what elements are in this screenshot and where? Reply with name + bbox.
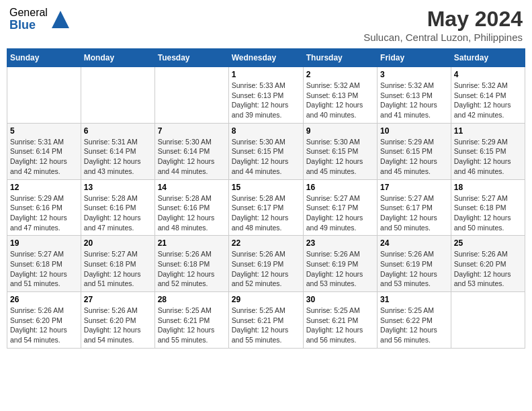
day-cell: 3Sunrise: 5:32 AMSunset: 6:13 PMDaylight… xyxy=(378,67,451,124)
day-number: 15 xyxy=(232,183,300,192)
day-header-wednesday: Wednesday xyxy=(228,49,303,67)
day-number: 29 xyxy=(232,295,300,304)
main-title: May 2024 xyxy=(363,7,523,32)
day-number: 2 xyxy=(306,70,374,79)
day-info: Sunrise: 5:25 AMSunset: 6:22 PMDaylight:… xyxy=(380,306,448,345)
day-number: 11 xyxy=(454,126,522,136)
day-number: 6 xyxy=(84,126,152,136)
day-cell: 22Sunrise: 5:26 AMSunset: 6:19 PMDayligh… xyxy=(228,236,303,292)
day-cell: 29Sunrise: 5:25 AMSunset: 6:21 PMDayligh… xyxy=(228,292,303,349)
day-number: 7 xyxy=(158,126,226,136)
day-cell: 19Sunrise: 5:27 AMSunset: 6:18 PMDayligh… xyxy=(7,236,81,292)
week-row-3: 12Sunrise: 5:29 AMSunset: 6:16 PMDayligh… xyxy=(7,179,525,236)
day-header-saturday: Saturday xyxy=(451,49,525,67)
day-header-thursday: Thursday xyxy=(303,49,377,67)
calendar-header: SundayMondayTuesdayWednesdayThursdayFrid… xyxy=(7,49,525,67)
day-info: Sunrise: 5:31 AMSunset: 6:14 PMDaylight:… xyxy=(10,137,78,177)
day-cell: 17Sunrise: 5:27 AMSunset: 6:17 PMDayligh… xyxy=(378,179,451,236)
day-cell: 4Sunrise: 5:32 AMSunset: 6:14 PMDaylight… xyxy=(451,67,525,124)
day-cell: 10Sunrise: 5:29 AMSunset: 6:15 PMDayligh… xyxy=(378,123,451,179)
day-info: Sunrise: 5:29 AMSunset: 6:16 PMDaylight:… xyxy=(10,193,78,233)
day-cell: 23Sunrise: 5:26 AMSunset: 6:19 PMDayligh… xyxy=(303,236,377,292)
svg-marker-0 xyxy=(52,11,69,28)
day-number: 27 xyxy=(84,295,152,304)
day-info: Sunrise: 5:27 AMSunset: 6:17 PMDaylight:… xyxy=(306,193,374,233)
day-number: 28 xyxy=(158,295,226,304)
day-cell: 15Sunrise: 5:28 AMSunset: 6:17 PMDayligh… xyxy=(228,179,303,236)
day-info: Sunrise: 5:30 AMSunset: 6:14 PMDaylight:… xyxy=(158,137,226,177)
day-info: Sunrise: 5:26 AMSunset: 6:20 PMDaylight:… xyxy=(10,306,78,345)
day-info: Sunrise: 5:33 AMSunset: 6:13 PMDaylight:… xyxy=(232,81,300,120)
day-cell: 28Sunrise: 5:25 AMSunset: 6:21 PMDayligh… xyxy=(154,292,228,349)
day-cell: 5Sunrise: 5:31 AMSunset: 6:14 PMDaylight… xyxy=(7,123,81,179)
day-info: Sunrise: 5:29 AMSunset: 6:15 PMDaylight:… xyxy=(454,137,522,177)
title-block: May 2024 Sulucan, Central Luzon, Philipp… xyxy=(363,7,523,43)
day-info: Sunrise: 5:32 AMSunset: 6:13 PMDaylight:… xyxy=(306,81,374,120)
day-cell: 25Sunrise: 5:26 AMSunset: 6:20 PMDayligh… xyxy=(451,236,525,292)
day-number: 26 xyxy=(10,295,78,304)
day-number: 17 xyxy=(380,183,448,192)
day-header-friday: Friday xyxy=(378,49,451,67)
day-number: 30 xyxy=(306,295,374,304)
day-cell: 31Sunrise: 5:25 AMSunset: 6:22 PMDayligh… xyxy=(378,292,451,349)
day-info: Sunrise: 5:25 AMSunset: 6:21 PMDaylight:… xyxy=(232,306,300,345)
day-number: 10 xyxy=(380,126,448,136)
day-cell xyxy=(451,292,525,349)
logo-blue: Blue xyxy=(9,19,48,32)
logo-general: General xyxy=(9,7,48,19)
day-info: Sunrise: 5:27 AMSunset: 6:17 PMDaylight:… xyxy=(380,193,448,233)
day-number: 19 xyxy=(10,238,78,248)
day-cell: 24Sunrise: 5:26 AMSunset: 6:19 PMDayligh… xyxy=(378,236,451,292)
day-number: 31 xyxy=(380,295,448,304)
week-row-1: 1Sunrise: 5:33 AMSunset: 6:13 PMDaylight… xyxy=(7,67,525,124)
day-info: Sunrise: 5:30 AMSunset: 6:15 PMDaylight:… xyxy=(306,137,374,177)
day-info: Sunrise: 5:27 AMSunset: 6:18 PMDaylight:… xyxy=(454,193,522,233)
day-number: 22 xyxy=(232,238,300,248)
day-info: Sunrise: 5:30 AMSunset: 6:15 PMDaylight:… xyxy=(232,137,300,177)
logo: General Blue xyxy=(9,7,71,32)
day-info: Sunrise: 5:29 AMSunset: 6:15 PMDaylight:… xyxy=(380,137,448,177)
day-number: 4 xyxy=(454,70,522,79)
day-cell: 26Sunrise: 5:26 AMSunset: 6:20 PMDayligh… xyxy=(7,292,81,349)
day-header-monday: Monday xyxy=(81,49,154,67)
day-cell: 1Sunrise: 5:33 AMSunset: 6:13 PMDaylight… xyxy=(228,67,303,124)
day-info: Sunrise: 5:28 AMSunset: 6:16 PMDaylight:… xyxy=(84,193,152,233)
day-number: 8 xyxy=(232,126,300,136)
day-cell xyxy=(7,67,81,124)
day-number: 5 xyxy=(10,126,78,136)
day-info: Sunrise: 5:32 AMSunset: 6:14 PMDaylight:… xyxy=(454,81,522,120)
day-info: Sunrise: 5:27 AMSunset: 6:18 PMDaylight:… xyxy=(10,249,78,289)
day-header-sunday: Sunday xyxy=(7,49,81,67)
day-cell: 27Sunrise: 5:26 AMSunset: 6:20 PMDayligh… xyxy=(81,292,154,349)
day-info: Sunrise: 5:26 AMSunset: 6:20 PMDaylight:… xyxy=(84,306,152,345)
day-cell: 20Sunrise: 5:27 AMSunset: 6:18 PMDayligh… xyxy=(81,236,154,292)
week-row-2: 5Sunrise: 5:31 AMSunset: 6:14 PMDaylight… xyxy=(7,123,525,179)
day-info: Sunrise: 5:26 AMSunset: 6:19 PMDaylight:… xyxy=(306,249,374,289)
day-number: 21 xyxy=(158,238,226,248)
day-number: 14 xyxy=(158,183,226,192)
logo-icon xyxy=(50,9,71,30)
day-number: 9 xyxy=(306,126,374,136)
day-cell: 6Sunrise: 5:31 AMSunset: 6:14 PMDaylight… xyxy=(81,123,154,179)
day-cell: 2Sunrise: 5:32 AMSunset: 6:13 PMDaylight… xyxy=(303,67,377,124)
day-info: Sunrise: 5:26 AMSunset: 6:19 PMDaylight:… xyxy=(380,249,448,289)
day-cell: 12Sunrise: 5:29 AMSunset: 6:16 PMDayligh… xyxy=(7,179,81,236)
day-info: Sunrise: 5:26 AMSunset: 6:19 PMDaylight:… xyxy=(232,249,300,289)
day-cell: 8Sunrise: 5:30 AMSunset: 6:15 PMDaylight… xyxy=(228,123,303,179)
day-info: Sunrise: 5:31 AMSunset: 6:14 PMDaylight:… xyxy=(84,137,152,177)
day-info: Sunrise: 5:26 AMSunset: 6:20 PMDaylight:… xyxy=(454,249,522,289)
day-header-tuesday: Tuesday xyxy=(154,49,228,67)
day-info: Sunrise: 5:25 AMSunset: 6:21 PMDaylight:… xyxy=(158,306,226,345)
calendar-body: 1Sunrise: 5:33 AMSunset: 6:13 PMDaylight… xyxy=(7,67,525,349)
day-info: Sunrise: 5:28 AMSunset: 6:17 PMDaylight:… xyxy=(232,193,300,233)
subtitle: Sulucan, Central Luzon, Philippines xyxy=(363,32,523,43)
header-row: SundayMondayTuesdayWednesdayThursdayFrid… xyxy=(7,49,525,67)
day-number: 3 xyxy=(380,70,448,79)
day-cell xyxy=(154,67,228,124)
day-cell: 7Sunrise: 5:30 AMSunset: 6:14 PMDaylight… xyxy=(154,123,228,179)
day-info: Sunrise: 5:26 AMSunset: 6:18 PMDaylight:… xyxy=(158,249,226,289)
day-info: Sunrise: 5:27 AMSunset: 6:18 PMDaylight:… xyxy=(84,249,152,289)
day-cell: 18Sunrise: 5:27 AMSunset: 6:18 PMDayligh… xyxy=(451,179,525,236)
day-number: 16 xyxy=(306,183,374,192)
day-number: 18 xyxy=(454,183,522,192)
